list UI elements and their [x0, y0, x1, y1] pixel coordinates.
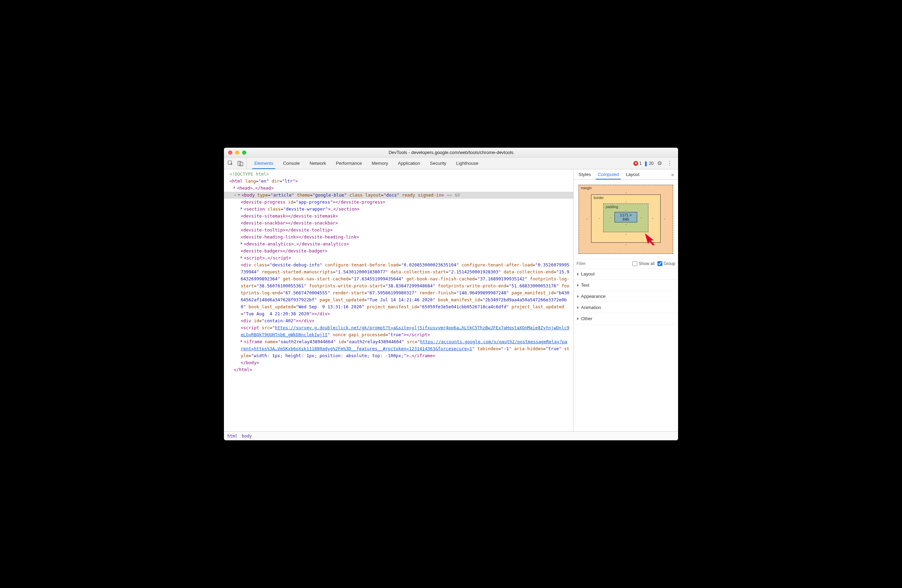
box-model[interactable]: margin - - border - - padding - [574, 180, 678, 259]
tab-memory[interactable]: Memory [367, 158, 393, 169]
zoom-window-icon[interactable] [242, 150, 246, 155]
breadcrumb: html body [224, 431, 678, 440]
sidebar: Styles Computed Layout » margin - - bord… [573, 169, 678, 431]
tab-application[interactable]: Application [393, 158, 425, 169]
dom-node[interactable]: </html> [224, 366, 573, 373]
dom-node[interactable]: <script src="https://survey.g.doubleclic… [224, 324, 573, 338]
dom-node[interactable]: <html lang="en" dir="ltr"> [224, 178, 573, 185]
chevron-right-icon [577, 306, 579, 309]
close-window-icon[interactable] [228, 150, 232, 155]
sidebar-tabs: Styles Computed Layout » [574, 169, 678, 180]
dom-node[interactable]: <devsite-badger></devsite-badger> [224, 247, 573, 255]
chevron-right-icon [577, 295, 579, 298]
sidebar-tab-computed[interactable]: Computed [594, 169, 622, 180]
bm-content: 1171 × 845 [614, 212, 637, 222]
dom-node[interactable]: <!DOCTYPE html> [224, 171, 573, 178]
group-animation[interactable]: Animation [574, 302, 678, 313]
device-toggle-icon[interactable] [237, 160, 243, 167]
dom-node[interactable]: <devsite-snackbar></devsite-snackbar> [224, 220, 573, 227]
dom-node[interactable]: <devsite-heading-link></devsite-heading-… [224, 234, 573, 241]
group-text[interactable]: Text [574, 280, 678, 291]
bm-border: border - - padding - - 1171 × 845 [591, 194, 660, 243]
tab-elements[interactable]: Elements [249, 158, 278, 169]
main-tabbar: Elements Console Network Performance Mem… [224, 158, 678, 169]
inspect-element-icon[interactable] [227, 160, 234, 167]
dom-node[interactable]: <div class="devsite-debug-info" configur… [224, 261, 573, 317]
dom-node[interactable]: <devsite-analytics>…</devsite-analytics> [224, 241, 573, 247]
main-split: <!DOCTYPE html><html lang="en" dir="ltr"… [224, 169, 678, 431]
breadcrumb-html[interactable]: html [227, 434, 238, 439]
sidebar-tab-styles[interactable]: Styles [575, 169, 594, 180]
settings-icon[interactable]: ⚙ [656, 160, 663, 167]
filter-input[interactable] [576, 261, 630, 266]
elements-panel[interactable]: <!DOCTYPE html><html lang="en" dir="ltr"… [224, 169, 573, 431]
window-title: DevTools - developers.google.com/web/too… [224, 150, 678, 155]
traffic-lights [224, 150, 246, 155]
bm-margin: margin - - border - - padding - [578, 185, 673, 254]
minimize-window-icon[interactable] [235, 150, 239, 155]
dom-node[interactable]: <div id="contain-402"></div> [224, 317, 573, 324]
group-checkbox[interactable]: Group [658, 261, 675, 266]
svg-rect-1 [238, 161, 241, 166]
group-appearance[interactable]: Appearance [574, 291, 678, 302]
chevron-right-icon [577, 284, 579, 287]
titlebar: DevTools - developers.google.com/web/too… [224, 148, 678, 158]
tab-lighthouse[interactable]: Lighthouse [451, 158, 484, 169]
chevron-right-icon [577, 317, 579, 320]
bm-padding: padding - - 1171 × 845 - - [603, 203, 649, 232]
message-count[interactable]: ❚ 20 [644, 161, 654, 166]
message-icon: ❚ [644, 161, 648, 166]
sidebar-tab-layout[interactable]: Layout [622, 169, 643, 180]
filter-row: Show all Group [574, 259, 678, 269]
group-other[interactable]: Other [574, 313, 678, 324]
chevron-right-icon [577, 273, 579, 275]
group-layout[interactable]: Layout [574, 269, 678, 280]
devtools-window: DevTools - developers.google.com/web/too… [224, 148, 678, 440]
dom-node[interactable]: <devsite-sitemask></devsite-sitemask> [224, 213, 573, 220]
toolbar-right: ✕ 1 ❚ 20 ⚙ ⋮ [633, 160, 676, 167]
breadcrumb-body[interactable]: body [242, 434, 252, 439]
dom-node[interactable]: <script>…</script> [224, 255, 573, 261]
dom-node[interactable]: <devsite-progress id="app-progress"></de… [224, 199, 573, 206]
tab-console[interactable]: Console [278, 158, 305, 169]
show-all-checkbox[interactable]: Show all [632, 261, 654, 266]
tab-network[interactable]: Network [305, 158, 331, 169]
toolbar-left [226, 158, 247, 169]
error-icon: ✕ [633, 161, 638, 166]
dom-node[interactable]: </body> [224, 359, 573, 366]
panel-tabs: Elements Console Network Performance Mem… [249, 158, 483, 169]
dom-node[interactable]: <head>…</head> [224, 185, 573, 192]
dom-node[interactable]: ⋯<body type="article" theme="google-blue… [224, 192, 573, 199]
dom-node[interactable]: <devsite-tooltip></devsite-tooltip> [224, 227, 573, 234]
error-count[interactable]: ✕ 1 [633, 161, 642, 166]
more-icon[interactable]: ⋮ [666, 160, 674, 167]
dom-node[interactable]: <iframe name="oauth2relay438944664" id="… [224, 338, 573, 359]
tab-security[interactable]: Security [425, 158, 451, 169]
dom-node[interactable]: <section class="devsite-wrapper">…</sect… [224, 206, 573, 213]
sidebar-more-tabs[interactable]: » [668, 169, 676, 180]
tab-performance[interactable]: Performance [331, 158, 367, 169]
svg-rect-2 [240, 162, 243, 166]
